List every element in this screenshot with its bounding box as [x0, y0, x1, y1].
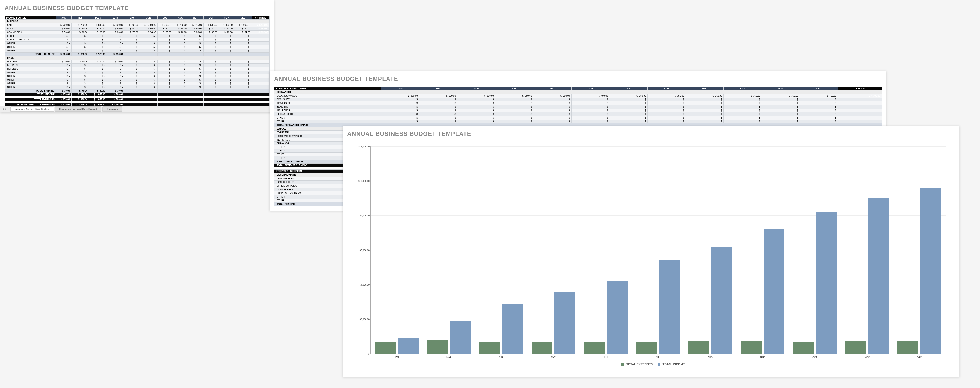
cell[interactable]: $ 350.00	[724, 94, 762, 98]
cell[interactable]: $	[188, 45, 203, 49]
cell[interactable]: $	[495, 116, 533, 120]
cell[interactable]: $	[219, 75, 234, 78]
cell[interactable]: $	[203, 60, 219, 64]
cell[interactable]: $	[686, 109, 724, 113]
cell[interactable]: $	[203, 78, 219, 82]
cell[interactable]: $	[234, 45, 252, 49]
cell[interactable]: $	[124, 60, 140, 64]
cell[interactable]: $ 60.00	[124, 27, 140, 30]
cell[interactable]: $ 56.00	[158, 30, 173, 34]
cell[interactable]: $	[173, 71, 188, 75]
cell[interactable]: $	[188, 71, 203, 75]
cell[interactable]: $	[203, 38, 219, 41]
cell[interactable]: $	[158, 82, 173, 86]
cell[interactable]: $ 50.00	[107, 27, 124, 30]
cell[interactable]: $	[140, 78, 158, 82]
cell[interactable]: $	[762, 113, 800, 116]
cell[interactable]: $	[234, 71, 252, 75]
cell[interactable]: $	[158, 45, 173, 49]
tab-summary[interactable]: Summary	[102, 107, 123, 111]
cell[interactable]: $	[648, 109, 686, 113]
cell[interactable]: $ 350.00	[381, 94, 419, 98]
tab-nav[interactable]: ◀ ▶	[2, 107, 6, 110]
cell[interactable]: $	[140, 71, 158, 75]
cell[interactable]: $	[219, 49, 234, 52]
cell[interactable]: $	[173, 82, 188, 86]
cell[interactable]: $	[533, 105, 571, 109]
cell[interactable]: $	[800, 102, 838, 105]
cell[interactable]: $ -	[72, 86, 89, 89]
cell[interactable]: $	[140, 67, 158, 71]
cell[interactable]: $	[124, 49, 140, 52]
cell[interactable]: $	[609, 113, 648, 116]
cell[interactable]: $ 400.00	[124, 23, 140, 27]
cell[interactable]: $ -	[89, 78, 107, 82]
cell[interactable]: $	[419, 116, 457, 120]
cell[interactable]: $ 70.00	[173, 30, 188, 34]
cell[interactable]: $	[140, 45, 158, 49]
tab-expenses[interactable]: Expenses - Annual Bus. Budget	[55, 107, 102, 111]
cell[interactable]: $ 700.00	[158, 23, 173, 27]
cell[interactable]: $	[495, 113, 533, 116]
cell[interactable]: $ -	[107, 64, 124, 67]
cell[interactable]: $	[724, 102, 762, 105]
cell[interactable]: $	[457, 120, 495, 123]
cell[interactable]: $	[140, 60, 158, 64]
cell[interactable]: $ 760.00	[72, 23, 89, 27]
cell[interactable]: $	[381, 120, 419, 123]
cell[interactable]: $	[234, 60, 252, 64]
cell[interactable]: $	[173, 67, 188, 71]
cell[interactable]: $ -	[72, 49, 89, 52]
cell[interactable]: $	[800, 98, 838, 102]
cell[interactable]: $	[609, 120, 648, 123]
cell[interactable]: $ -	[89, 67, 107, 71]
cell[interactable]: $	[609, 102, 648, 105]
cell[interactable]: $	[140, 75, 158, 78]
cell[interactable]: $	[219, 38, 234, 41]
cell[interactable]: $ 500.00	[203, 23, 219, 27]
cell[interactable]: $ -	[107, 86, 124, 89]
cell[interactable]: $	[188, 64, 203, 67]
cell[interactable]: $	[571, 98, 609, 102]
cell[interactable]: $	[188, 60, 203, 64]
cell[interactable]: $ -	[56, 45, 71, 49]
cell[interactable]: $ -	[107, 45, 124, 49]
cell[interactable]: $ -	[89, 75, 107, 78]
cell[interactable]: $ -	[107, 78, 124, 82]
cell[interactable]: $	[419, 120, 457, 123]
cell[interactable]: $	[140, 38, 158, 41]
cell[interactable]: $ -	[72, 34, 89, 38]
cell[interactable]: $	[533, 102, 571, 105]
cell[interactable]: $	[234, 82, 252, 86]
cell[interactable]: $ 70.00	[72, 60, 89, 64]
cell[interactable]: $ 350.00	[533, 94, 571, 98]
cell[interactable]: $	[124, 82, 140, 86]
cell[interactable]: $ -	[72, 45, 89, 49]
cell[interactable]: $ -	[56, 86, 71, 89]
cell[interactable]: $	[762, 102, 800, 105]
cell[interactable]: $	[762, 98, 800, 102]
cell[interactable]: $	[800, 120, 838, 123]
cell[interactable]: $	[648, 113, 686, 116]
cell[interactable]: $ -	[89, 49, 107, 52]
cell[interactable]: $ 350.00	[609, 94, 648, 98]
cell[interactable]: $	[203, 45, 219, 49]
cell[interactable]: $ -	[56, 82, 71, 86]
cell[interactable]: $ -	[56, 71, 71, 75]
cell[interactable]: $	[686, 102, 724, 105]
cell[interactable]: $	[533, 116, 571, 120]
cell[interactable]: $ -	[56, 78, 71, 82]
cell[interactable]: $ -	[89, 34, 107, 38]
cell[interactable]: $ 50.00	[140, 27, 158, 30]
cell[interactable]: $	[234, 38, 252, 41]
cell[interactable]: $ -	[107, 49, 124, 52]
cell[interactable]: $	[173, 45, 188, 49]
cell[interactable]: $ -	[89, 86, 107, 89]
cell[interactable]: $	[800, 116, 838, 120]
cell[interactable]: $	[381, 102, 419, 105]
cell[interactable]: $	[219, 86, 234, 89]
cell[interactable]: $	[140, 86, 158, 89]
cell[interactable]: $	[124, 45, 140, 49]
cell[interactable]: $	[457, 98, 495, 102]
cell[interactable]: $ -	[56, 64, 71, 67]
